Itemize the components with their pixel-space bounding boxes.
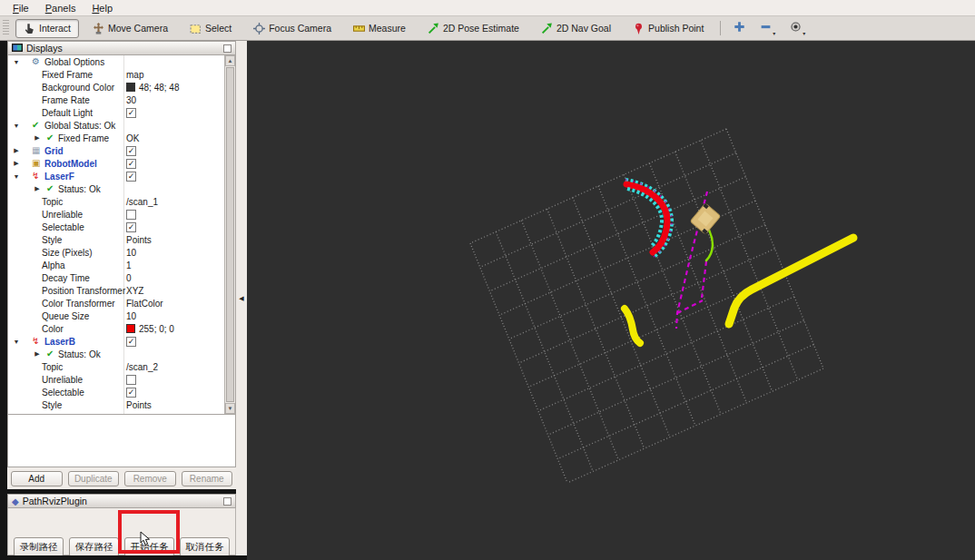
rename-button: Rename — [182, 471, 233, 486]
color-swatch[interactable] — [126, 324, 135, 333]
plugin-button-2[interactable]: 保存路径 — [69, 537, 119, 557]
row-value[interactable]: 0 — [126, 273, 132, 283]
collapse-panel-icon[interactable]: ◀ — [238, 290, 245, 307]
tree-row[interactable]: StylePoints — [8, 233, 224, 246]
row-value[interactable]: Points — [126, 235, 152, 245]
tree-row[interactable]: Selectable✓ — [8, 221, 224, 233]
tree-row[interactable]: ▶▣RobotModel✓ — [8, 157, 224, 170]
tree-row[interactable]: ▶▦Grid✓ — [8, 144, 224, 157]
tree-row[interactable]: ▼↯LaserB✓ — [8, 335, 224, 348]
plugin-float-button[interactable] — [223, 497, 231, 506]
add-button[interactable]: Add — [11, 471, 63, 486]
row-value[interactable]: map — [126, 70, 143, 80]
tree-row[interactable]: ▼✔Global Status: Ok — [8, 119, 224, 132]
tool-select[interactable]: Select — [182, 19, 240, 38]
row-value[interactable]: Points — [126, 400, 152, 410]
add-tool-icon[interactable] — [728, 17, 751, 39]
collapse-row-icon[interactable]: ▼ — [13, 59, 20, 65]
scroll-up-icon[interactable]: ▲ — [225, 55, 235, 66]
menu-item-help[interactable]: Help — [84, 2, 120, 15]
render-viewport[interactable] — [247, 41, 975, 560]
plugin-panel-header[interactable]: ◆ PathRvizPlugin — [7, 494, 236, 508]
checkbox-checked[interactable]: ✓ — [126, 146, 136, 156]
row-label: Color — [42, 324, 64, 334]
checkbox-checked[interactable]: ✓ — [126, 172, 136, 182]
row-value[interactable]: 10 — [126, 248, 136, 258]
tree-row[interactable]: Fixed Framemap — [8, 68, 224, 81]
tool-measure[interactable]: Measure — [345, 19, 414, 38]
remove-tool-icon[interactable]: ▾ — [754, 17, 781, 39]
tool-label: Move Camera — [108, 23, 168, 34]
tree-row[interactable]: Alpha1 — [8, 259, 224, 271]
plugin-button-4[interactable]: 取消任务 — [180, 537, 230, 557]
tool-2d-nav-goal[interactable]: 2D Nav Goal — [533, 19, 619, 38]
tool-options-icon[interactable]: ▾ — [784, 17, 811, 39]
tree-row[interactable]: ▶✔Status: Ok — [8, 182, 224, 195]
tree-row[interactable]: Color TransformerFlatColor — [8, 297, 224, 309]
tree-row[interactable]: Topic/scan_1 — [8, 195, 224, 208]
tree-row[interactable]: ▼↯LaserF✓ — [8, 170, 224, 182]
tree-row[interactable]: ▶✔Fixed FrameOK — [8, 132, 224, 144]
displays-panel-header[interactable]: Displays — [7, 41, 236, 55]
panel-float-button[interactable] — [223, 44, 231, 53]
color-swatch[interactable] — [126, 83, 135, 92]
tool-label: Measure — [369, 23, 406, 34]
row-value[interactable]: OK — [126, 133, 139, 143]
collapse-row-icon[interactable]: ▼ — [13, 173, 20, 180]
tool-focus-camera[interactable]: Focus Camera — [245, 19, 340, 38]
scroll-down-icon[interactable]: ▼ — [225, 403, 235, 414]
displays-panel-title: Displays — [26, 43, 63, 54]
checkbox-checked[interactable]: ✓ — [126, 159, 136, 169]
checkbox-unchecked[interactable] — [126, 375, 136, 385]
tree-row[interactable]: ▼⚙Global Options — [8, 55, 224, 68]
plugin-button-1[interactable]: 录制路径 — [14, 537, 64, 557]
collapse-row-icon[interactable]: ▼ — [13, 339, 20, 345]
panel-splitter[interactable]: ◀ — [236, 41, 247, 555]
tree-row[interactable]: Decay Time0 — [8, 271, 224, 284]
tree-row[interactable]: Unreliable — [8, 373, 224, 386]
row-value[interactable]: FlatColor — [126, 299, 163, 309]
displays-scrollbar[interactable]: ▲ ▼ — [224, 55, 235, 414]
tool-publish-point[interactable]: Publish Point — [625, 19, 712, 38]
expand-row-icon[interactable]: ▶ — [34, 350, 41, 358]
tree-row[interactable]: Position TransformerXYZ — [8, 284, 224, 297]
tree-row[interactable]: Default Light✓ — [8, 106, 224, 119]
measure-icon — [353, 23, 365, 34]
menu-item-file[interactable]: File — [5, 2, 36, 15]
tool-2d-pose-estimate[interactable]: 2D Pose Estimate — [419, 19, 527, 38]
tree-row[interactable]: ▶✔Status: Ok — [8, 348, 224, 360]
tree-row[interactable]: Selectable✓ — [8, 386, 224, 398]
checkbox-checked[interactable]: ✓ — [126, 388, 136, 398]
checkbox-checked[interactable]: ✓ — [126, 108, 136, 118]
row-value[interactable]: /scan_2 — [126, 362, 158, 372]
tree-row[interactable]: Background Color48; 48; 48 — [8, 81, 224, 93]
checkbox-checked[interactable]: ✓ — [126, 222, 136, 232]
row-value[interactable]: 10 — [126, 311, 136, 321]
tree-row[interactable]: Topic/scan_2 — [8, 360, 224, 373]
row-value[interactable]: /scan_1 — [126, 197, 158, 207]
expand-row-icon[interactable]: ▶ — [34, 134, 41, 142]
row-label: Fixed Frame — [42, 70, 93, 80]
tool-move-camera[interactable]: Move Camera — [84, 19, 176, 38]
scrollbar-thumb[interactable] — [226, 67, 234, 402]
tree-row[interactable]: Unreliable — [8, 208, 224, 221]
checkbox-checked[interactable]: ✓ — [126, 337, 136, 347]
collapse-row-icon[interactable]: ▼ — [13, 123, 20, 129]
row-value[interactable]: 1 — [126, 260, 132, 270]
row-value[interactable]: XYZ — [126, 286, 143, 296]
expand-row-icon[interactable]: ▶ — [13, 160, 20, 167]
toolbar-grip[interactable] — [3, 20, 9, 36]
row-value[interactable]: 30 — [126, 95, 136, 105]
tool-interact[interactable]: Interact — [15, 19, 79, 38]
row-label: Style — [42, 400, 62, 410]
tree-row[interactable]: Frame Rate30 — [8, 93, 224, 106]
tree-row[interactable]: Color255; 0; 0 — [8, 322, 224, 335]
tree-row[interactable]: Queue Size10 — [8, 309, 224, 322]
checkbox-unchecked[interactable] — [126, 210, 136, 220]
expand-row-icon[interactable]: ▶ — [34, 185, 41, 192]
expand-row-icon[interactable]: ▶ — [13, 147, 20, 154]
menu-item-panels[interactable]: Panels — [38, 2, 84, 15]
tree-row[interactable]: StylePoints — [8, 398, 224, 411]
tree-row[interactable]: Size (Pixels)10 — [8, 246, 224, 259]
displays-panel: Displays ▼⚙Global OptionsFixed FramemapB… — [7, 41, 236, 489]
